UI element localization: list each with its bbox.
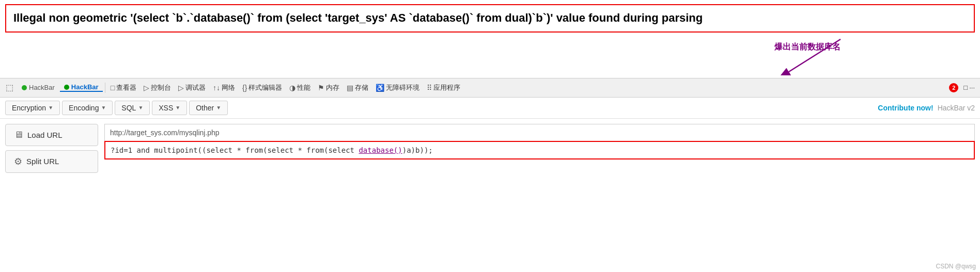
other-menu[interactable]: Other ▼ bbox=[189, 101, 228, 115]
network-icon: ↑↓ bbox=[213, 84, 220, 92]
storage-label: 存储 bbox=[355, 83, 368, 92]
inspector-label: 查看器 bbox=[116, 83, 136, 92]
access-label: 无障碍环境 bbox=[386, 83, 419, 92]
dot-icon bbox=[22, 85, 27, 90]
debugger-item[interactable]: ▷ 调试器 bbox=[175, 82, 209, 94]
more-label: ··· bbox=[969, 84, 975, 91]
other-label: Other bbox=[196, 104, 214, 112]
hackbar-buttons: 🖥 Load URL ⚙ Split URL bbox=[5, 124, 98, 173]
tab2-label: HackBar bbox=[71, 83, 99, 91]
xss-label: XSS bbox=[159, 104, 173, 112]
csdn-watermark: CSDN @qwsg bbox=[936, 263, 976, 270]
memory-label: 内存 bbox=[326, 83, 339, 92]
payload-box: ?id=1 and multipoint((select * from(sele… bbox=[104, 141, 975, 159]
tab-hackbar-inactive[interactable]: HackBar bbox=[18, 84, 59, 91]
watermark-text: CSDN @qwsg bbox=[936, 263, 976, 270]
payload-text: ?id=1 and multipoint((select * from(sele… bbox=[105, 142, 974, 158]
style-label: 样式编辑器 bbox=[248, 83, 282, 92]
memory-item[interactable]: ⚑ 内存 bbox=[315, 82, 343, 94]
encryption-arrow-icon: ▼ bbox=[48, 105, 53, 110]
perf-item[interactable]: ◑ 性能 bbox=[286, 82, 314, 94]
error-text: Illegal non geometric '(select `b`.`data… bbox=[13, 11, 703, 24]
encryption-label: Encryption bbox=[12, 104, 46, 112]
error-badge: 2 bbox=[949, 83, 958, 92]
inspector-icon: □ bbox=[111, 84, 115, 92]
url-input[interactable] bbox=[104, 124, 975, 141]
more-item[interactable]: □ ··· bbox=[960, 82, 978, 93]
encoding-arrow-icon: ▼ bbox=[101, 105, 106, 110]
access-item[interactable]: ♿ 无障碍环境 bbox=[372, 82, 423, 94]
version-label: HackBar v2 bbox=[938, 104, 975, 112]
encryption-menu[interactable]: Encryption ▼ bbox=[5, 101, 60, 115]
encoding-label: Encoding bbox=[69, 104, 99, 112]
style-item[interactable]: {} 样式编辑器 bbox=[239, 82, 285, 94]
back-icon[interactable]: ⬚ bbox=[2, 81, 17, 95]
debugger-icon: ▷ bbox=[178, 84, 184, 92]
annotation-area: 爆出当前数据库名 bbox=[5, 37, 975, 78]
apps-label: 应用程序 bbox=[433, 83, 460, 92]
memory-icon: ⚑ bbox=[318, 84, 324, 92]
separator bbox=[105, 83, 105, 93]
dot2-icon bbox=[64, 85, 69, 90]
sql-menu[interactable]: SQL ▼ bbox=[115, 101, 150, 115]
load-url-label: Load URL bbox=[27, 131, 63, 139]
storage-item[interactable]: ▤ 存储 bbox=[344, 82, 371, 94]
hackbar-menubar: Encryption ▼ Encoding ▼ SQL ▼ XSS ▼ Othe… bbox=[0, 98, 980, 119]
more-icon: □ bbox=[963, 84, 968, 91]
sql-arrow-icon: ▼ bbox=[138, 105, 143, 110]
error-count: 2 bbox=[952, 85, 955, 91]
split-url-icon: ⚙ bbox=[14, 156, 22, 167]
annotation-arrow bbox=[768, 37, 872, 75]
apps-icon: ⠿ bbox=[427, 84, 432, 92]
network-label: 网络 bbox=[222, 83, 235, 92]
contribute-label[interactable]: Contribute now! bbox=[878, 104, 933, 112]
svg-line-1 bbox=[789, 39, 841, 72]
perf-icon: ◑ bbox=[289, 84, 295, 92]
tab-hackbar-active[interactable]: HackBar bbox=[60, 83, 103, 92]
payload-highlight: database() bbox=[359, 146, 402, 154]
console-item[interactable]: ▷ 控制台 bbox=[141, 82, 174, 94]
browser-toolbar: ⬚ HackBar HackBar □ 查看器 ▷ 控制台 ▷ 调试器 ↑↓ 网… bbox=[0, 78, 980, 98]
access-icon: ♿ bbox=[376, 84, 384, 92]
apps-item[interactable]: ⠿ 应用程序 bbox=[424, 82, 463, 94]
storage-icon: ▤ bbox=[347, 84, 353, 92]
hackbar-url-area: ?id=1 and multipoint((select * from(sele… bbox=[104, 124, 975, 159]
network-item[interactable]: ↑↓ 网络 bbox=[210, 82, 238, 94]
console-icon: ▷ bbox=[144, 84, 149, 92]
split-url-button[interactable]: ⚙ Split URL bbox=[5, 150, 98, 173]
split-url-label: Split URL bbox=[26, 157, 59, 166]
load-url-button[interactable]: 🖥 Load URL bbox=[5, 124, 98, 146]
perf-label: 性能 bbox=[297, 83, 310, 92]
tab1-label: HackBar bbox=[29, 84, 55, 91]
hackbar-content: 🖥 Load URL ⚙ Split URL ?id=1 and multipo… bbox=[0, 119, 980, 178]
inspector-item[interactable]: □ 查看器 bbox=[107, 82, 139, 94]
encoding-menu[interactable]: Encoding ▼ bbox=[62, 101, 113, 115]
debugger-label: 调试器 bbox=[185, 83, 206, 92]
other-arrow-icon: ▼ bbox=[216, 105, 221, 110]
xss-menu[interactable]: XSS ▼ bbox=[152, 101, 187, 115]
console-label: 控制台 bbox=[151, 83, 171, 92]
toolbar-right: 2 □ ··· bbox=[949, 82, 978, 93]
style-icon: {} bbox=[242, 84, 247, 92]
xss-arrow-icon: ▼ bbox=[175, 105, 180, 110]
error-banner: Illegal non geometric '(select `b`.`data… bbox=[5, 4, 975, 33]
sql-label: SQL bbox=[121, 104, 136, 112]
load-url-icon: 🖥 bbox=[14, 130, 23, 140]
